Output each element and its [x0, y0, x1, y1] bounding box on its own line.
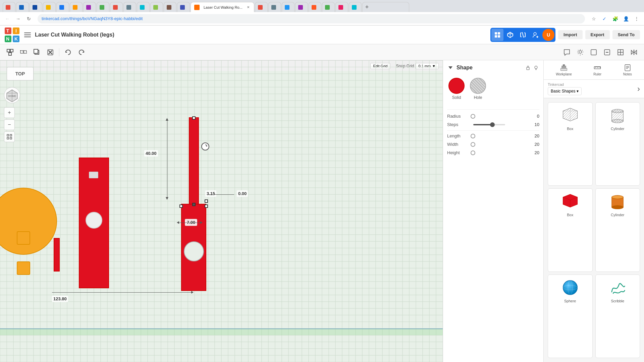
- white-rect-hole: [89, 172, 98, 178]
- red-thin-rect[interactable]: [54, 238, 60, 272]
- scribble-label: Scribble: [611, 299, 624, 303]
- comment-tool-btn[interactable]: [561, 46, 573, 58]
- notes-btn[interactable]: Notes: [622, 62, 633, 77]
- tab-5[interactable]: [56, 2, 69, 12]
- group-button[interactable]: [4, 46, 16, 58]
- user-add-btn[interactable]: [530, 29, 542, 41]
- workplane-btn[interactable]: Workplane: [554, 62, 573, 77]
- light-tool-btn[interactable]: [574, 46, 586, 58]
- library-dropdown[interactable]: Basic Shapes ▾: [548, 87, 582, 95]
- tab-3[interactable]: [30, 2, 42, 12]
- solid-circle-icon: [448, 78, 465, 94]
- tab-6[interactable]: [70, 2, 83, 12]
- codeblocks-btn[interactable]: [517, 29, 529, 41]
- red-tall-rect[interactable]: [79, 158, 109, 288]
- panel-collapse-btn[interactable]: [447, 64, 454, 71]
- svg-marker-34: [635, 50, 637, 54]
- tab-12[interactable]: [150, 2, 163, 12]
- canvas-area[interactable]: TOP HOME + −: [0, 60, 443, 362]
- length-circle-icon[interactable]: [471, 134, 475, 138]
- library-category-header: Tinkercad Basic Shapes ▾ ›: [544, 80, 644, 98]
- sendto-button[interactable]: Send To: [612, 30, 640, 39]
- tab-20[interactable]: [309, 2, 321, 12]
- tab-14[interactable]: [177, 2, 190, 12]
- width-circle-icon[interactable]: [471, 142, 475, 147]
- toolbar-right-tools: [561, 46, 640, 58]
- extension-icon[interactable]: ✓: [600, 14, 609, 23]
- shape-item-box-gray[interactable]: Box: [548, 102, 593, 186]
- lock-icon[interactable]: [525, 64, 531, 71]
- width-row: Width 20: [447, 142, 539, 147]
- 3d-view-btn[interactable]: [504, 29, 516, 41]
- hole-option[interactable]: Hole: [470, 78, 486, 100]
- bulb-icon[interactable]: [533, 64, 539, 71]
- tab-active[interactable]: Laser Cut Walking Ro... ✕: [191, 2, 254, 12]
- forward-button[interactable]: →: [13, 14, 23, 23]
- tab-22[interactable]: [335, 2, 348, 12]
- redo-button[interactable]: [75, 46, 88, 58]
- extensions-icon[interactable]: 🧩: [610, 14, 620, 23]
- tab-21[interactable]: [322, 2, 335, 12]
- profile-icon[interactable]: 👤: [621, 14, 631, 23]
- dim-123-80-label: 123.80: [52, 296, 68, 302]
- tab-17[interactable]: [268, 2, 281, 12]
- steps-slider-thumb[interactable]: [490, 122, 495, 127]
- dim-123-line: [52, 292, 193, 293]
- svg-rect-43: [527, 67, 529, 70]
- export-button[interactable]: Export: [585, 30, 610, 39]
- arrowhead-7-left: [177, 221, 179, 224]
- tab-1[interactable]: [3, 2, 15, 12]
- orange-circle-main[interactable]: [0, 188, 57, 255]
- address-bar[interactable]: tinkercad.com/things/boVNGaqN3Y8-epic-ha…: [38, 14, 585, 23]
- grid-view-btn[interactable]: [491, 29, 503, 41]
- back-button[interactable]: ←: [3, 14, 12, 23]
- profile-avatar[interactable]: U: [542, 29, 554, 41]
- refresh-button[interactable]: ↻: [24, 14, 34, 23]
- tab-19[interactable]: [295, 2, 308, 12]
- grid-tool-btn[interactable]: [614, 46, 627, 58]
- next-page-btn[interactable]: ›: [637, 84, 640, 94]
- subtract-tool-btn[interactable]: [601, 46, 613, 58]
- tab-13[interactable]: [164, 2, 176, 12]
- delete-button[interactable]: [44, 46, 56, 58]
- steps-slider[interactable]: [473, 124, 505, 125]
- shape-item-cylinder-gray[interactable]: Cylinder: [595, 102, 640, 186]
- undo-button[interactable]: [62, 46, 74, 58]
- tab-18[interactable]: [282, 2, 294, 12]
- bookmark-star-icon[interactable]: ☆: [589, 14, 598, 23]
- panel-header: Shape: [443, 60, 543, 74]
- tab-close-icon[interactable]: ✕: [246, 5, 251, 10]
- tab-10[interactable]: [123, 2, 136, 12]
- tab-11[interactable]: [137, 2, 150, 12]
- height-circle-icon[interactable]: [471, 150, 475, 155]
- tab-9[interactable]: [110, 2, 123, 12]
- shape-item-sphere-blue[interactable]: Sphere: [548, 275, 593, 358]
- ruler-btn[interactable]: Ruler: [592, 62, 603, 77]
- hole-label: Hole: [474, 95, 482, 100]
- tab-4[interactable]: [43, 2, 56, 12]
- ungroup-button[interactable]: [17, 46, 30, 58]
- tab-16[interactable]: [255, 2, 268, 12]
- browser-menu-icon[interactable]: ⋮: [632, 14, 641, 23]
- rotate-handle[interactable]: [201, 142, 209, 150]
- new-tab-btn[interactable]: +: [362, 2, 409, 12]
- shape-item-cylinder-orange[interactable]: Cylinder: [595, 188, 640, 272]
- shape-item-box-red[interactable]: Box: [548, 188, 593, 272]
- tab-8[interactable]: [97, 2, 109, 12]
- tab-7[interactable]: [83, 2, 96, 12]
- shape-item-scribble[interactable]: Scribble: [595, 275, 640, 358]
- scribble-preview: [607, 278, 628, 298]
- shape-tool-btn[interactable]: [588, 46, 600, 58]
- import-button[interactable]: Import: [558, 30, 582, 39]
- radius-circle-icon[interactable]: [471, 114, 475, 119]
- orange-square-2[interactable]: [17, 261, 30, 275]
- svg-marker-42: [448, 66, 452, 69]
- duplicate-button[interactable]: [31, 46, 43, 58]
- tinkercad-logo[interactable]: T I N K: [4, 27, 20, 43]
- menu-icon[interactable]: [23, 30, 32, 40]
- tab-2[interactable]: [16, 2, 29, 12]
- mirror-tool-btn[interactable]: [628, 46, 640, 58]
- solid-option[interactable]: Solid: [448, 78, 465, 100]
- tab-23[interactable]: [349, 2, 362, 12]
- orange-square-1[interactable]: [17, 231, 30, 245]
